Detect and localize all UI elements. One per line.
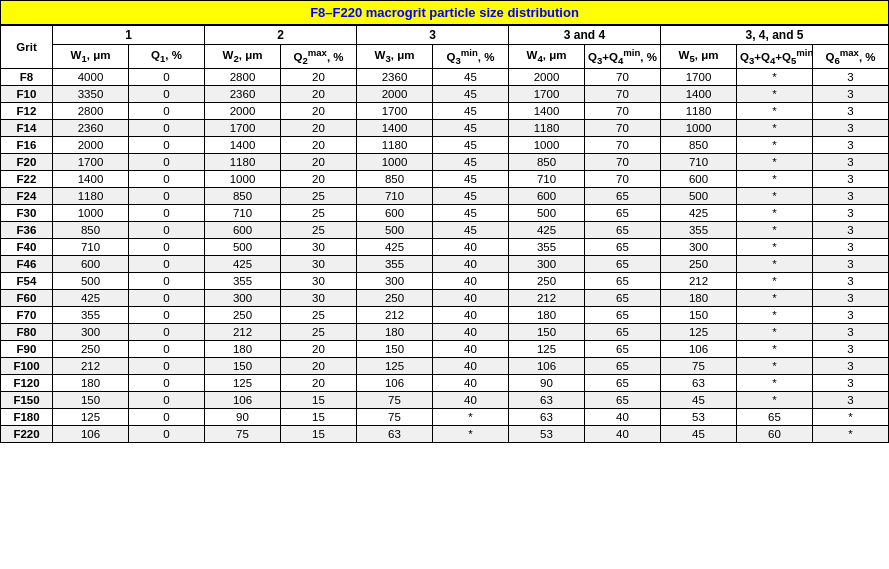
table-cell: 0 (129, 324, 205, 341)
table-cell: 45 (433, 86, 509, 103)
table-cell: 425 (509, 222, 585, 239)
table-cell: 30 (281, 273, 357, 290)
table-cell: 355 (357, 256, 433, 273)
table-cell: 20 (281, 120, 357, 137)
table-cell: 1700 (661, 69, 737, 86)
table-cell: 0 (129, 239, 205, 256)
table-cell: 45 (433, 205, 509, 222)
table-cell: 45 (433, 69, 509, 86)
table-cell: 3 (813, 188, 889, 205)
table-cell: 3 (813, 341, 889, 358)
table-cell: 40 (433, 324, 509, 341)
table-cell: 63 (509, 409, 585, 426)
table-cell: * (433, 426, 509, 443)
table-cell: 15 (281, 426, 357, 443)
table-cell: 106 (661, 341, 737, 358)
table-cell: 1700 (357, 103, 433, 120)
table-cell: * (813, 409, 889, 426)
table-cell: * (813, 426, 889, 443)
table-cell: 1700 (205, 120, 281, 137)
table-cell: 2360 (53, 120, 129, 137)
data-table: Grit 1 2 3 3 and 4 3, 4, and 5 W1, μm Q1… (0, 25, 889, 443)
table-cell: 212 (357, 307, 433, 324)
table-cell: 500 (53, 273, 129, 290)
table-cell: 850 (357, 171, 433, 188)
table-cell: 300 (357, 273, 433, 290)
table-cell: 1000 (357, 154, 433, 171)
table-cell: F80 (1, 324, 53, 341)
table-cell: 500 (357, 222, 433, 239)
table-cell: 20 (281, 86, 357, 103)
table-cell: 0 (129, 409, 205, 426)
table-row: F1801250901575*63405365* (1, 409, 889, 426)
table-cell: 65 (585, 273, 661, 290)
table-cell: 3 (813, 69, 889, 86)
table-cell: 3 (813, 154, 889, 171)
table-cell: 63 (509, 392, 585, 409)
table-cell: 355 (205, 273, 281, 290)
table-cell: 3 (813, 103, 889, 120)
table-cell: 45 (433, 222, 509, 239)
table-cell: 2000 (53, 137, 129, 154)
table-cell: 45 (433, 171, 509, 188)
table-cell: 0 (129, 375, 205, 392)
table-cell: 1180 (53, 188, 129, 205)
table-cell: 2800 (53, 103, 129, 120)
table-cell: 3 (813, 86, 889, 103)
table-cell: 0 (129, 120, 205, 137)
table-cell: 65 (585, 188, 661, 205)
table-cell: 0 (129, 307, 205, 324)
table-cell: * (737, 341, 813, 358)
table-row: F703550250252124018065150*3 (1, 307, 889, 324)
table-cell: 300 (509, 256, 585, 273)
table-cell: 1180 (661, 103, 737, 120)
table-cell: F20 (1, 154, 53, 171)
table-cell: 40 (433, 256, 509, 273)
table-cell: 125 (357, 358, 433, 375)
table-cell: 300 (53, 324, 129, 341)
table-row: F8400002800202360452000701700*3 (1, 69, 889, 86)
table-cell: 250 (357, 290, 433, 307)
table-cell: 2800 (205, 69, 281, 86)
table-cell: * (737, 222, 813, 239)
table-cell: 300 (205, 290, 281, 307)
table-cell: F14 (1, 120, 53, 137)
table-cell: 710 (53, 239, 129, 256)
table-cell: 425 (661, 205, 737, 222)
table-cell: 1400 (205, 137, 281, 154)
table-cell: 355 (53, 307, 129, 324)
table-cell: 1180 (205, 154, 281, 171)
table-cell: 20 (281, 358, 357, 375)
table-cell: 45 (433, 120, 509, 137)
table-cell: F30 (1, 205, 53, 222)
table-cell: F60 (1, 290, 53, 307)
table-cell: 63 (357, 426, 433, 443)
table-row: F2201060751563*53404560* (1, 426, 889, 443)
table-cell: 20 (281, 154, 357, 171)
table-cell: 710 (509, 171, 585, 188)
subhdr-w4: W4, μm (509, 45, 585, 69)
table-row: F466000425303554030065250*3 (1, 256, 889, 273)
table-cell: 250 (661, 256, 737, 273)
table-row: F368500600255004542565355*3 (1, 222, 889, 239)
table-cell: 70 (585, 154, 661, 171)
table-row: F3010000710256004550065425*3 (1, 205, 889, 222)
table-cell: * (737, 290, 813, 307)
table-cell: * (737, 154, 813, 171)
table-cell: * (737, 205, 813, 222)
table-cell: 425 (357, 239, 433, 256)
table-row: F803000212251804015065125*3 (1, 324, 889, 341)
table-cell: 25 (281, 307, 357, 324)
table-cell: 1700 (509, 86, 585, 103)
table-cell: 75 (661, 358, 737, 375)
table-cell: 850 (205, 188, 281, 205)
table-cell: 65 (585, 307, 661, 324)
table-cell: 30 (281, 239, 357, 256)
subhdr-w1: W1, μm (53, 45, 129, 69)
table-cell: F54 (1, 273, 53, 290)
table-cell: 53 (509, 426, 585, 443)
table-cell: 600 (509, 188, 585, 205)
table-cell: 1700 (53, 154, 129, 171)
table-cell: 40 (433, 375, 509, 392)
col-grit: Grit (1, 26, 53, 69)
